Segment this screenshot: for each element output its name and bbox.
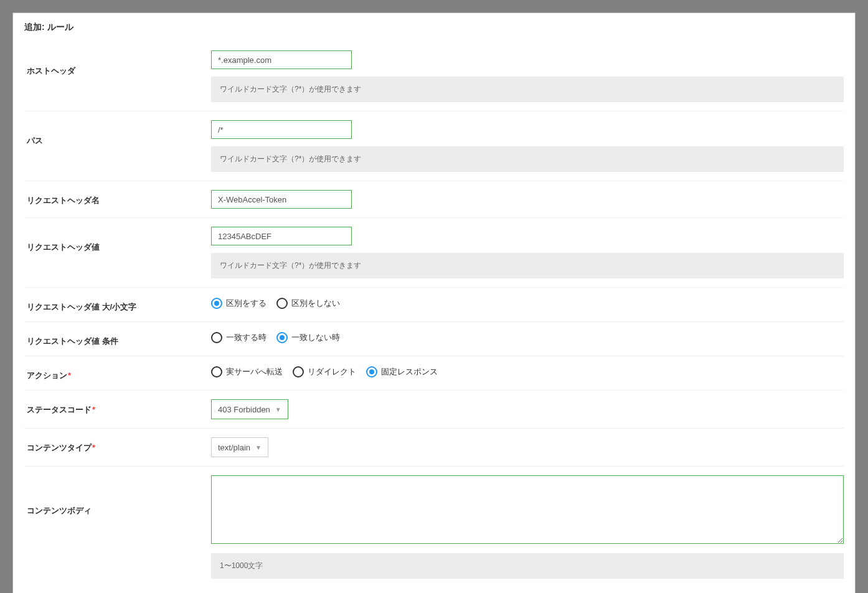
row-action: アクション* 実サーバへ転送 リダイレクト 固定レスポンス	[24, 356, 844, 391]
radio-icon	[211, 366, 222, 377]
label-request-header-name: リクエストヘッダ名	[24, 190, 211, 206]
label-content-body: コンテンツボディ	[24, 475, 211, 516]
row-request-header-value: リクエストヘッダ値 ワイルドカード文字（?*）が使用できます	[24, 218, 844, 288]
request-header-name-input[interactable]	[211, 190, 352, 209]
radio-condition-match[interactable]: 一致する時	[211, 332, 267, 343]
radio-group-case: 区別をする 区別をしない	[211, 296, 844, 309]
host-header-hint: ワイルドカード文字（?*）が使用できます	[211, 77, 844, 102]
required-marker: *	[68, 371, 71, 380]
control-content-type: text/plain ▼	[211, 437, 844, 457]
radio-label: 区別をしない	[291, 298, 340, 309]
request-header-value-input[interactable]	[211, 227, 352, 245]
radio-action-forward[interactable]: 実サーバへ転送	[211, 366, 283, 377]
row-request-header-name: リクエストヘッダ名	[24, 181, 844, 218]
content-body-textarea[interactable]	[211, 475, 844, 544]
control-host-header: ワイルドカード文字（?*）が使用できます	[211, 50, 844, 102]
label-content-type: コンテンツタイプ*	[24, 437, 211, 453]
control-status-code: 403 Forbidden ▼	[211, 399, 844, 419]
row-host-header: ホストヘッダ ワイルドカード文字（?*）が使用できます	[24, 42, 844, 111]
label-host-header: ホストヘッダ	[24, 50, 211, 77]
radio-condition-no-match[interactable]: 一致しない時	[276, 332, 340, 343]
control-content-body: 1〜1000文字	[211, 475, 844, 579]
control-condition: 一致する時 一致しない時	[211, 331, 844, 343]
row-path: パス ワイルドカード文字（?*）が使用できます	[24, 111, 844, 181]
row-case-sensitivity: リクエストヘッダ値 大/小文字 区別をする 区別をしない	[24, 288, 844, 322]
row-content-body: コンテンツボディ 1〜1000文字	[24, 467, 844, 587]
chevron-down-icon: ▼	[255, 444, 262, 451]
path-input[interactable]	[211, 120, 352, 139]
row-condition: リクエストヘッダ値 条件 一致する時 一致しない時	[24, 322, 844, 356]
radio-group-action: 実サーバへ転送 リダイレクト 固定レスポンス	[211, 365, 844, 377]
radio-action-fixed[interactable]: 固定レスポンス	[366, 366, 438, 377]
radio-icon	[293, 366, 304, 377]
form-body: ホストヘッダ ワイルドカード文字（?*）が使用できます パス ワイルドカード文字…	[13, 42, 855, 593]
radio-action-redirect[interactable]: リダイレクト	[293, 366, 356, 377]
control-request-header-value: ワイルドカード文字（?*）が使用できます	[211, 227, 844, 278]
required-marker: *	[92, 405, 95, 414]
radio-label: 区別をする	[226, 298, 267, 309]
dialog-title: 追加: ルール	[13, 13, 855, 42]
label-case-sensitivity: リクエストヘッダ値 大/小文字	[24, 296, 211, 313]
control-request-header-name	[211, 190, 844, 209]
radio-icon	[366, 366, 377, 377]
row-status-code: ステータスコード* 403 Forbidden ▼	[24, 391, 844, 429]
label-action-text: アクション	[27, 371, 67, 380]
label-action: アクション*	[24, 365, 211, 381]
radio-icon	[276, 332, 288, 343]
radio-icon	[211, 332, 222, 343]
select-value: text/plain	[218, 443, 250, 452]
radio-case-distinguish[interactable]: 区別をする	[211, 298, 267, 309]
label-condition: リクエストヘッダ値 条件	[24, 331, 211, 347]
radio-icon	[276, 298, 288, 309]
content-body-hint: 1〜1000文字	[211, 553, 844, 579]
select-value: 403 Forbidden	[218, 405, 270, 414]
add-rule-dialog: 追加: ルール ホストヘッダ ワイルドカード文字（?*）が使用できます パス ワ…	[12, 12, 856, 593]
radio-label: 固定レスポンス	[381, 366, 438, 377]
control-path: ワイルドカード文字（?*）が使用できます	[211, 120, 844, 172]
required-marker: *	[92, 443, 95, 452]
radio-label: 実サーバへ転送	[226, 366, 283, 377]
radio-icon	[211, 298, 222, 309]
label-content-type-text: コンテンツタイプ	[27, 443, 92, 452]
control-action: 実サーバへ転送 リダイレクト 固定レスポンス	[211, 365, 844, 377]
control-case-sensitivity: 区別をする 区別をしない	[211, 296, 844, 309]
radio-label: 一致しない時	[291, 332, 340, 343]
label-request-header-value: リクエストヘッダ値	[24, 227, 211, 253]
host-header-input[interactable]	[211, 50, 352, 69]
chevron-down-icon: ▼	[275, 406, 281, 413]
radio-label: 一致する時	[226, 332, 267, 343]
request-header-value-hint: ワイルドカード文字（?*）が使用できます	[211, 253, 844, 278]
status-code-select[interactable]: 403 Forbidden ▼	[211, 399, 288, 419]
radio-case-no-distinguish[interactable]: 区別をしない	[276, 298, 340, 309]
label-path: パス	[24, 120, 211, 146]
label-status-code-text: ステータスコード	[27, 405, 92, 414]
content-type-select[interactable]: text/plain ▼	[211, 437, 268, 457]
row-content-type: コンテンツタイプ* text/plain ▼	[24, 429, 844, 467]
path-hint: ワイルドカード文字（?*）が使用できます	[211, 146, 844, 172]
radio-group-condition: 一致する時 一致しない時	[211, 331, 844, 343]
label-status-code: ステータスコード*	[24, 399, 211, 415]
radio-label: リダイレクト	[308, 366, 356, 377]
